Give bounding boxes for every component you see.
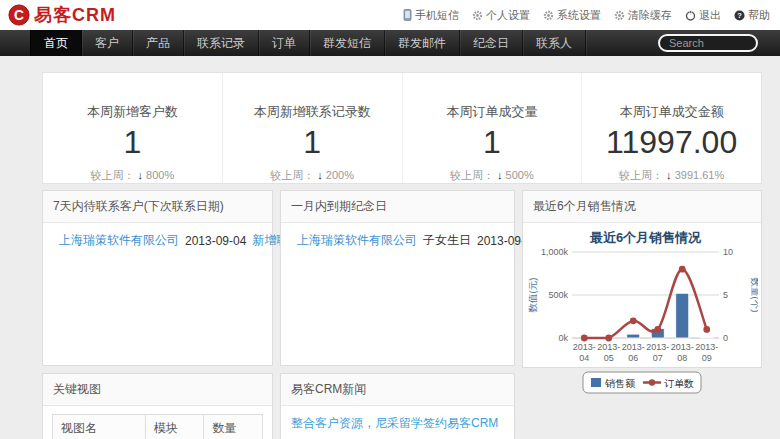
tab-群发邮件[interactable]: 群发邮件: [385, 30, 460, 56]
bar: [700, 337, 713, 338]
key-views-table: 视图名模块数量 潜在客户客户3: [52, 414, 263, 439]
stat-change: 200%: [326, 169, 354, 181]
search-input[interactable]: [658, 34, 758, 52]
stat-card: 本周新增联系记录数1较上周： ↓ 200%: [222, 73, 402, 183]
stat-value: 1: [223, 125, 402, 159]
compare-label: 较上周：: [619, 169, 663, 181]
anniversary-item: 上海瑞策软件有限公司 子女生日 2013-09-02: [281, 223, 514, 258]
topmenu-label: 个人设置: [486, 8, 530, 23]
kv-col-header: 视图名: [53, 415, 146, 439]
compare-label: 较上周：: [450, 169, 494, 181]
svg-text:08: 08: [677, 353, 687, 363]
topmenu-item-帮助[interactable]: ?帮助: [734, 8, 770, 23]
news-link[interactable]: 整合客户资源，尼采留学签约易客CRM: [281, 411, 514, 436]
to-contact-item: 上海瑞策软件有限公司 2013-09-04 新增联系记录: [43, 223, 272, 258]
topmenu: 手机短信个人设置系统设置清除缓存退出?帮助: [403, 8, 770, 23]
panel-to-contact: 7天内待联系客户(下次联系日期) 上海瑞策软件有限公司 2013-09-04 新…: [42, 190, 273, 366]
brand-text: 易客CRM: [34, 3, 116, 27]
key-views-header-row: 视图名模块数量: [53, 415, 263, 439]
topmenu-label: 系统设置: [557, 8, 601, 23]
topmenu-item-个人设置[interactable]: 个人设置: [472, 8, 530, 23]
stat-change: 800%: [146, 169, 174, 181]
svg-text:?: ?: [737, 11, 742, 20]
topmenu-item-清除缓存[interactable]: 清除缓存: [614, 8, 672, 23]
stats-band: 本周新增客户数1较上周： ↓ 800%本周新增联系记录数1较上周： ↓ 200%…: [42, 72, 762, 184]
stat-card: 本周新增客户数1较上周： ↓ 800%: [43, 73, 222, 183]
down-arrow-icon: ↓: [138, 169, 144, 181]
left-axis-label: 数值(元): [527, 278, 538, 313]
tab-联系记录[interactable]: 联系记录: [184, 30, 259, 56]
svg-text:2013-: 2013-: [646, 342, 669, 352]
stat-title: 本周新增客户数: [43, 103, 222, 121]
kv-col-header: 数量: [204, 415, 263, 439]
gear-icon: [472, 10, 483, 21]
tab-产品[interactable]: 产品: [133, 30, 184, 56]
panel-anniversary-title: 一月内到期纪念日: [281, 191, 514, 223]
svg-text:2013-: 2013-: [695, 342, 718, 352]
topmenu-item-退出[interactable]: 退出: [685, 8, 721, 23]
stat-change: 500%: [506, 169, 534, 181]
panel-to-contact-title: 7天内待联系客户(下次联系日期): [43, 191, 272, 223]
down-arrow-icon: ↓: [666, 169, 672, 181]
gear-icon: [543, 10, 554, 21]
chart-legend: 销售额订单数: [583, 372, 701, 393]
svg-text:06: 06: [628, 353, 638, 363]
tab-客户[interactable]: 客户: [82, 30, 133, 56]
stat-compare: 较上周： ↓ 500%: [403, 168, 582, 183]
panel-news: 易客CRM新闻 整合客户资源，尼采留学签约易客CRM易客CRM教育培训行业手机客…: [280, 373, 515, 439]
stat-title: 本周订单成交量: [403, 103, 582, 121]
phone-icon: [403, 9, 412, 21]
nav-tabs: 首页客户产品联系记录订单群发短信群发邮件纪念日联系人: [30, 30, 586, 56]
compare-label: 较上周：: [90, 169, 134, 181]
chart-title: 最近6个月销售情况: [589, 230, 702, 245]
svg-text:0k: 0k: [558, 333, 568, 343]
bar: [676, 293, 689, 338]
app-logo: C 易客CRM: [8, 3, 116, 27]
svg-text:订单数: 订单数: [664, 378, 694, 389]
svg-text:09: 09: [702, 353, 712, 363]
svg-text:2013-: 2013-: [671, 342, 694, 352]
stat-title: 本周订单成交金额: [582, 103, 761, 121]
topmenu-item-手机短信[interactable]: 手机短信: [403, 8, 459, 23]
tab-群发短信[interactable]: 群发短信: [310, 30, 385, 56]
compare-label: 较上周：: [270, 169, 314, 181]
panel-sales-chart: 最近6个月销售情况 最近6个月销售情况0k0500k51,000k10数值(元)…: [522, 190, 762, 368]
stat-compare: 较上周： ↓ 800%: [43, 168, 222, 183]
panel-anniversary: 一月内到期纪念日 上海瑞策软件有限公司 子女生日 2013-09-02: [280, 190, 515, 366]
to-contact-date: 2013-09-04: [185, 234, 246, 248]
tab-联系人[interactable]: 联系人: [523, 30, 586, 56]
anniversary-type: 子女生日: [423, 232, 471, 249]
svg-text:销售额: 销售额: [604, 378, 635, 389]
to-contact-company-link[interactable]: 上海瑞策软件有限公司: [59, 232, 179, 249]
svg-text:10: 10: [723, 247, 733, 257]
stat-title: 本周新增联系记录数: [223, 103, 402, 121]
svg-text:1,000k: 1,000k: [541, 247, 569, 257]
down-arrow-icon: ↓: [317, 169, 323, 181]
panel-sales-title: 最近6个月销售情况: [523, 191, 761, 223]
power-icon: [685, 10, 696, 21]
topmenu-item-系统设置[interactable]: 系统设置: [543, 8, 601, 23]
navbar: 首页客户产品联系记录订单群发短信群发邮件纪念日联系人: [0, 30, 780, 56]
svg-text:2013-: 2013-: [622, 342, 645, 352]
tab-纪念日[interactable]: 纪念日: [460, 30, 523, 56]
bar: [627, 334, 640, 338]
svg-text:0: 0: [723, 333, 728, 343]
panel-key-views-title: 关键视图: [43, 374, 272, 406]
stat-value: 11997.00: [582, 125, 761, 159]
down-arrow-icon: ↓: [497, 169, 503, 181]
stat-change: 3991.61%: [675, 169, 725, 181]
gear-icon: [614, 10, 625, 21]
svg-text:C: C: [14, 8, 24, 23]
svg-text:5: 5: [723, 290, 728, 300]
topmenu-label: 清除缓存: [628, 8, 672, 23]
stat-compare: 较上周： ↓ 200%: [223, 168, 402, 183]
help-icon: ?: [734, 10, 745, 21]
stat-value: 1: [403, 125, 582, 159]
anniversary-company-link[interactable]: 上海瑞策软件有限公司: [297, 232, 417, 249]
tab-订单[interactable]: 订单: [259, 30, 310, 56]
svg-text:500k: 500k: [548, 290, 568, 300]
svg-text:2013-: 2013-: [597, 342, 620, 352]
tab-首页[interactable]: 首页: [30, 30, 82, 56]
svg-text:07: 07: [653, 353, 663, 363]
news-list: 整合客户资源，尼采留学签约易客CRM易客CRM教育培训行业手机客户端上线了易客C…: [281, 406, 514, 439]
